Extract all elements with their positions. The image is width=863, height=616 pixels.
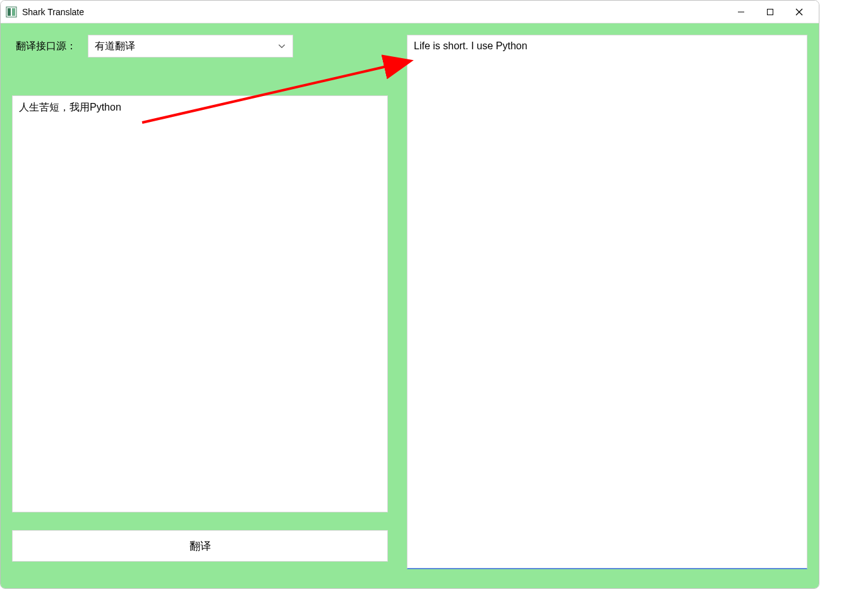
window-controls [727,2,814,22]
source-dropdown[interactable]: 有道翻译 [88,35,293,57]
source-label: 翻译接口源： [12,40,76,53]
close-button[interactable] [785,2,814,22]
chevron-down-icon [277,42,286,51]
svg-rect-4 [768,9,773,15]
source-row: 翻译接口源： 有道翻译 [12,35,388,57]
output-textarea[interactable] [407,35,807,569]
translate-button[interactable]: 翻译 [12,530,388,562]
source-dropdown-value: 有道翻译 [95,40,277,53]
left-pane: 翻译接口源： 有道翻译 翻译 [12,35,388,577]
titlebar: Shark Translate [1,1,819,23]
translate-button-label: 翻译 [190,539,211,553]
input-textarea[interactable] [12,95,388,512]
window-title: Shark Translate [22,7,727,17]
app-icon [6,6,17,18]
maximize-button[interactable] [756,2,785,22]
svg-rect-1 [8,8,11,16]
client-area: 翻译接口源： 有道翻译 翻译 [1,23,819,588]
svg-rect-2 [12,8,15,16]
minimize-button[interactable] [727,2,756,22]
app-window: Shark Translate 翻译接口源： 有道翻译 [0,0,819,589]
right-pane [407,35,807,577]
